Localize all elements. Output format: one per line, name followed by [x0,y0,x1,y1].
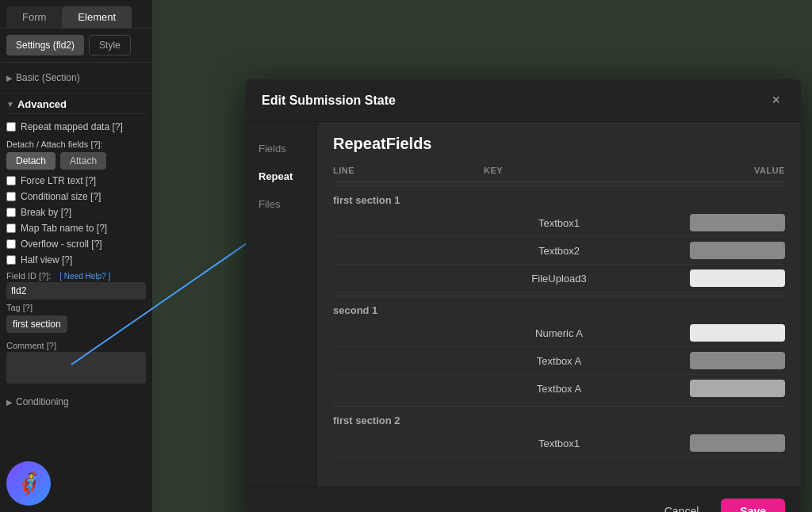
table-row: Numeric A [333,319,785,347]
tab-settings[interactable]: Settings (fld2) [6,35,84,55]
detach-attach-buttons: Detach Attach [6,152,146,170]
half-view-label: Half view [?] [21,254,72,266]
map-tab-row[interactable]: Map Tab name to [?] [6,220,146,236]
repeat-mapped-data-label: Repeat mapped data [?] [21,121,123,132]
field-textboxa2-key: Textbox A [484,383,634,395]
attach-button[interactable]: Attach [60,152,106,170]
sub-tabs: Settings (fld2) Style [0,29,152,63]
tag-label: Tag [?] [6,303,146,312]
advanced-arrow-icon: ▼ [6,100,14,109]
force-ltr-checkbox[interactable] [6,176,16,185]
tag-value: first section [6,315,67,333]
modal-header: Edit Submission State × [246,79,801,122]
basic-section: ▶ Basic (Section) [0,63,152,94]
force-ltr-label: Force LTR text [?] [21,175,96,186]
table-row: Textbox1 [333,430,785,457]
left-panel: Form Element Settings (fld2) Style ▶ Bas… [0,0,152,512]
field-id-label: Field ID [?]: [ Need Help? ] [6,271,146,281]
force-ltr-row[interactable]: Force LTR text [?] [6,173,146,189]
comment-textarea[interactable] [6,352,146,384]
table-row: Textbox1 [333,209,785,237]
break-by-checkbox[interactable] [6,208,16,217]
break-by-row[interactable]: Break by [?] [6,204,146,220]
field-fileupload-key: FileUpload3 [484,273,634,285]
field-textbox1-s2-key: Textbox1 [484,437,634,449]
field-numerica-key: Numeric A [484,327,634,339]
conditioning-toggle[interactable]: ▶ Conditioning [6,393,146,411]
advanced-section-header[interactable]: ▼ Advanced [6,94,146,114]
top-tabs: Form Element [0,0,152,29]
modal-content: RepeatFields LINE KEY VALUE first sectio… [317,122,801,487]
table-row: Textbox A [333,347,785,375]
sidebar-item-repeat[interactable]: Repeat [246,162,316,190]
repeat-fields-title: RepeatFields [333,135,785,153]
detach-attach-label: Detach / Attach fields [?]: [6,139,146,149]
save-button[interactable]: Save [721,499,785,512]
field-textboxa1-key: Textbox A [484,355,634,367]
field-textboxa2-value[interactable] [690,380,785,397]
modal-dialog: Edit Submission State × Fields Repeat Fi… [246,79,801,512]
field-id-input[interactable] [6,282,146,300]
conditioning-label: Conditioning [16,396,69,407]
col-key: KEY [484,166,634,175]
break-by-label: Break by [?] [21,207,71,218]
group-first-section-1: first section 1 [333,185,785,209]
advanced-section: ▼ Advanced Repeat mapped data [?] Detach… [0,94,152,417]
field-fileupload-value[interactable] [690,269,785,287]
table-row: Textbox2 [333,237,785,265]
modal-body: Fields Repeat Files RepeatFields LINE KE… [246,122,801,487]
need-help-link[interactable]: [ Need Help? ] [59,272,110,281]
repeat-mapped-data-row[interactable]: Repeat mapped data [?] [6,119,146,135]
repeat-mapped-data-checkbox[interactable] [6,122,16,132]
overflow-scroll-checkbox[interactable] [6,239,16,249]
comment-label: Comment [?] [6,341,146,350]
tab-element[interactable]: Element [62,6,132,28]
conditional-size-row[interactable]: Conditional size [?] [6,189,146,204]
advanced-label: Advanced [17,98,67,110]
modal-sidebar: Fields Repeat Files [246,122,317,487]
table-row: FileUpload3 [333,265,785,292]
field-textboxa1-value[interactable] [690,352,785,369]
sidebar-item-fields[interactable]: Fields [246,135,316,162]
map-tab-checkbox[interactable] [6,224,16,233]
half-view-checkbox[interactable] [6,255,16,265]
overflow-scroll-row[interactable]: Overflow - scroll [?] [6,236,146,252]
overflow-scroll-label: Overflow - scroll [?] [21,239,102,250]
field-numerica-value[interactable] [690,324,785,342]
conditional-size-label: Conditional size [?] [21,191,101,202]
modal-title: Edit Submission State [262,94,396,108]
col-value: VALUE [634,166,785,175]
basic-section-toggle[interactable]: ▶ Basic (Section) [6,69,146,86]
avatar: 🦸 [6,461,51,506]
conditioning-arrow-icon: ▶ [6,398,13,407]
basic-section-label: Basic (Section) [16,72,80,83]
field-textbox1-s2-value[interactable] [690,434,785,452]
field-textbox2-value[interactable] [690,242,785,259]
field-textbox1-key: Textbox1 [484,217,634,229]
map-tab-label: Map Tab name to [?] [21,223,107,234]
group-second-1: second 1 [333,296,785,319]
conditional-size-checkbox[interactable] [6,192,16,201]
cancel-button[interactable]: Cancel [652,499,712,512]
tab-style[interactable]: Style [89,35,131,55]
table-row: Textbox A [333,375,785,403]
arrow-icon: ▶ [6,74,13,82]
avatar-area: 🦸 [6,461,51,506]
group-first-section-2: first section 2 [333,406,785,430]
col-line: LINE [333,166,484,175]
half-view-row[interactable]: Half view [?] [6,252,146,268]
modal-footer: Cancel Save [246,487,801,512]
table-header: LINE KEY VALUE [333,162,785,182]
tab-form[interactable]: Form [6,6,62,28]
detach-button[interactable]: Detach [6,152,56,170]
modal-close-button[interactable]: × [767,90,785,110]
field-textbox2-key: Textbox2 [484,245,634,257]
sidebar-item-files[interactable]: Files [246,190,316,218]
field-textbox1-value[interactable] [690,214,785,231]
